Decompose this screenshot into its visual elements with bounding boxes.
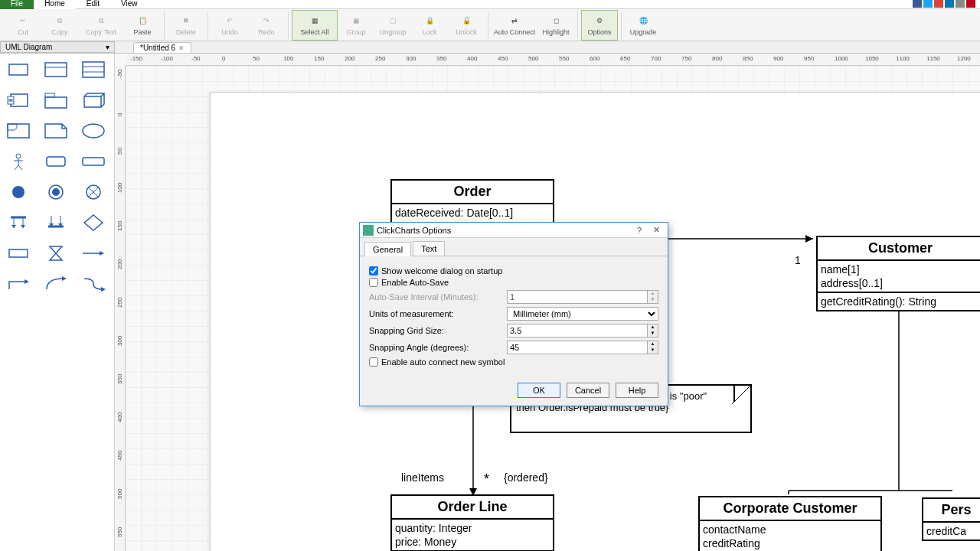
shape-state[interactable] bbox=[41, 150, 71, 173]
redo-icon: ↷ bbox=[260, 14, 273, 28]
svg-marker-41 bbox=[101, 287, 106, 292]
shape-initial[interactable] bbox=[3, 181, 34, 204]
unlock-button[interactable]: 🔓Unlock bbox=[448, 10, 485, 41]
uml-class-customer[interactable]: Customer name[1] address[0..1] getCredit… bbox=[816, 236, 980, 311]
copy-button[interactable]: ⧉Copy bbox=[41, 10, 78, 41]
check-autoconnect[interactable]: Enable auto connect new symbol bbox=[369, 357, 658, 367]
menu-edit[interactable]: Edit bbox=[76, 0, 110, 9]
delete-icon: ✖ bbox=[179, 14, 193, 28]
units-select[interactable]: Millimeter (mm) bbox=[507, 307, 658, 321]
shape-state-wide[interactable] bbox=[78, 150, 109, 173]
help-icon[interactable]: ? bbox=[631, 226, 648, 235]
shape-final[interactable] bbox=[41, 181, 71, 204]
upgrade-button[interactable]: 🌐Upgrade bbox=[625, 10, 662, 41]
svg-point-13 bbox=[16, 154, 21, 158]
svg-marker-30 bbox=[21, 225, 25, 228]
uml-class-orderline[interactable]: Order Line quantity: Integer price: Mone… bbox=[390, 494, 554, 551]
shape-join[interactable] bbox=[41, 211, 71, 234]
shape-curve-arrow[interactable] bbox=[41, 272, 71, 295]
shape-elbow-arrow[interactable] bbox=[3, 272, 34, 295]
ungroup-button[interactable]: ▢Ungroup bbox=[374, 10, 411, 41]
copy-text-button[interactable]: ⧉Copy Text bbox=[78, 10, 124, 41]
undo-icon: ↶ bbox=[223, 14, 237, 28]
svg-rect-11 bbox=[8, 124, 29, 138]
dialog-body: Show welcome dialog on startup Enable Au… bbox=[360, 256, 668, 377]
ungroup-icon: ▢ bbox=[386, 14, 400, 28]
lock-button[interactable]: 🔒Lock bbox=[411, 10, 448, 41]
role-lineitems: lineItems bbox=[401, 471, 444, 484]
svg-rect-18 bbox=[47, 157, 65, 166]
shape-s-arrow[interactable] bbox=[78, 272, 109, 295]
shape-decision[interactable] bbox=[78, 211, 109, 234]
facebook-icon[interactable] bbox=[913, 0, 922, 8]
twitter-icon[interactable] bbox=[923, 0, 933, 8]
grid-input[interactable] bbox=[507, 324, 648, 337]
close-tab-icon[interactable]: ✕ bbox=[178, 44, 185, 52]
shape-actor[interactable] bbox=[3, 150, 34, 173]
shape-hourglass[interactable] bbox=[41, 242, 71, 265]
grid-stepper[interactable]: ▲▼ bbox=[648, 324, 658, 337]
shape-rect-outline[interactable] bbox=[3, 58, 34, 81]
paste-button[interactable]: 📋Paste bbox=[124, 10, 161, 41]
svg-point-12 bbox=[83, 124, 104, 138]
uml-class-personal[interactable]: Pers creditCa bbox=[922, 497, 980, 541]
shape-activity[interactable] bbox=[3, 242, 34, 265]
delete-button[interactable]: ✖Delete bbox=[168, 10, 204, 41]
pinterest-icon[interactable] bbox=[966, 0, 975, 8]
check-welcome[interactable]: Show welcome dialog on startup bbox=[369, 266, 658, 276]
select-all-button[interactable]: ▦Select All bbox=[292, 10, 338, 41]
options-button[interactable]: ⚙Options bbox=[581, 10, 618, 41]
menu-view[interactable]: View bbox=[110, 0, 149, 9]
close-icon[interactable]: ✕ bbox=[648, 225, 665, 235]
angle-input[interactable] bbox=[507, 341, 648, 354]
field-autosave-interval: Auto-Save Interval (Minutes): ▲▼ bbox=[369, 290, 658, 304]
cancel-button[interactable]: Cancel bbox=[567, 383, 609, 398]
shape-rect-divided[interactable] bbox=[41, 58, 71, 81]
shape-rect-3part[interactable] bbox=[78, 58, 109, 81]
ok-button[interactable]: OK bbox=[518, 383, 560, 398]
tab-text[interactable]: Text bbox=[413, 241, 445, 256]
redo-button[interactable]: ↷Redo bbox=[248, 10, 285, 41]
menu-file[interactable]: File bbox=[0, 0, 34, 9]
paste-icon: 📋 bbox=[136, 14, 149, 28]
autosave-interval-input bbox=[507, 290, 648, 304]
group-button[interactable]: ▣Group bbox=[338, 10, 374, 41]
menu-home[interactable]: Home bbox=[34, 0, 76, 9]
dialog-titlebar[interactable]: ClickCharts Options ? ✕ bbox=[360, 223, 668, 238]
shape-component[interactable] bbox=[3, 89, 34, 112]
unlock-icon: 🔓 bbox=[459, 14, 473, 28]
shape-note[interactable] bbox=[41, 119, 71, 142]
angle-stepper[interactable]: ▲▼ bbox=[648, 341, 658, 354]
shape-ellipse[interactable] bbox=[78, 119, 109, 142]
options-dialog: ClickCharts Options ? ✕ General Text Sho… bbox=[359, 222, 668, 406]
multiplicity-one: 1 bbox=[795, 254, 801, 266]
svg-rect-8 bbox=[8, 101, 14, 104]
document-tab[interactable]: *Untitled 6 ✕ bbox=[133, 42, 191, 53]
shapes-panel-header[interactable]: UML Diagram ▾ bbox=[0, 41, 115, 53]
share-icon[interactable] bbox=[956, 0, 965, 8]
highlight-button[interactable]: ◻Highlight bbox=[537, 10, 574, 41]
help-button[interactable]: Help bbox=[616, 383, 658, 398]
svg-line-16 bbox=[15, 165, 18, 170]
copy-icon: ⧉ bbox=[53, 14, 67, 28]
svg-rect-19 bbox=[83, 158, 104, 165]
check-autosave[interactable]: Enable Auto-Save bbox=[369, 278, 658, 287]
svg-rect-6 bbox=[11, 94, 28, 106]
social-icons bbox=[913, 0, 980, 8]
autoconnect-icon: ⇄ bbox=[508, 14, 521, 28]
cut-button[interactable]: ✂Cut bbox=[5, 10, 41, 41]
shape-terminate[interactable] bbox=[78, 181, 109, 204]
undo-button[interactable]: ↶Undo bbox=[211, 10, 248, 41]
shapes-panel bbox=[0, 54, 115, 551]
menubar: File Home Edit View bbox=[0, 0, 980, 9]
shape-arrow[interactable] bbox=[78, 242, 109, 265]
google-icon[interactable] bbox=[934, 0, 943, 8]
shape-frame[interactable] bbox=[3, 119, 34, 142]
shape-package[interactable] bbox=[41, 89, 71, 112]
linkedin-icon[interactable] bbox=[945, 0, 954, 8]
shape-fork-down[interactable] bbox=[3, 211, 34, 234]
shape-node[interactable] bbox=[78, 89, 109, 112]
auto-connect-button[interactable]: ⇄Auto Connect bbox=[492, 10, 537, 41]
tab-general[interactable]: General bbox=[364, 242, 411, 256]
uml-class-corporate[interactable]: Corporate Customer contactName creditRat… bbox=[698, 496, 882, 551]
